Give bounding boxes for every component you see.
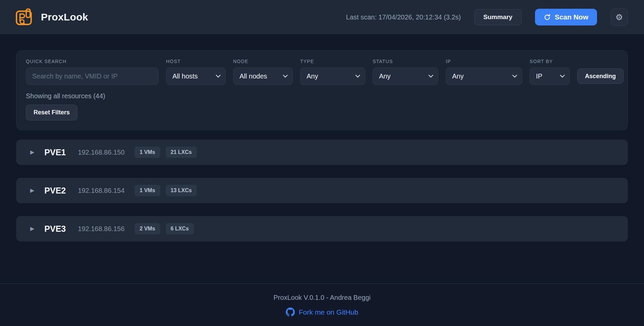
proxlook-logo-icon — [15, 8, 33, 26]
quick-search-field: QUICK SEARCH — [26, 59, 159, 85]
refresh-icon — [544, 14, 551, 21]
status-filter-label: STATUS — [373, 59, 438, 64]
search-input[interactable] — [26, 67, 159, 85]
filters-row: QUICK SEARCH HOST All hosts NODE — [26, 59, 618, 85]
vms-count-badge: 2 VMs — [135, 223, 160, 234]
app-footer: ProxLook V.0.1.0 - Andrea Beggi Fork me … — [0, 283, 644, 326]
expand-caret-icon[interactable]: ▶ — [30, 226, 34, 231]
github-link-label: Fork me on GitHub — [299, 308, 358, 316]
expand-caret-icon[interactable]: ▶ — [30, 150, 34, 155]
sort-by-field: SORT BY IP — [530, 59, 570, 85]
github-link[interactable]: Fork me on GitHub — [286, 308, 358, 317]
host-row-pve2[interactable]: ▶ PVE2 192.168.86.154 1 VMs 13 LXCs — [16, 178, 628, 203]
ip-filter-field: IP Any — [446, 59, 522, 85]
type-select[interactable]: Any — [300, 67, 365, 85]
vms-count-badge: 1 VMs — [135, 185, 160, 196]
host-name: PVE1 — [44, 148, 66, 157]
host-row-pve1[interactable]: ▶ PVE1 192.168.86.150 1 VMs 21 LXCs — [16, 140, 628, 165]
status-filter-field: STATUS Any — [373, 59, 438, 85]
ip-filter-label: IP — [446, 59, 522, 64]
scan-now-button[interactable]: Scan Now — [535, 9, 597, 25]
lxcs-count-badge: 6 LXCs — [166, 223, 194, 234]
app-header: ProxLook Last scan: 17/04/2026, 20:12:34… — [0, 0, 644, 34]
filters-panel: QUICK SEARCH HOST All hosts NODE — [16, 50, 628, 130]
app-title: ProxLook — [41, 11, 88, 23]
type-filter-label: TYPE — [300, 59, 365, 64]
header-actions: Last scan: 17/04/2026, 20:12:34 (3.2s) S… — [346, 8, 628, 26]
host-filter-label: HOST — [166, 59, 226, 64]
results-summary: Showing all resources (44) — [26, 92, 618, 100]
expand-caret-icon[interactable]: ▶ — [30, 188, 34, 193]
host-ip: 192.168.86.154 — [78, 187, 124, 195]
sort-by-label: SORT BY — [530, 59, 570, 64]
node-filter-label: NODE — [233, 59, 293, 64]
lxcs-count-badge: 21 LXCs — [166, 147, 197, 158]
quick-search-label: QUICK SEARCH — [26, 59, 159, 64]
status-select[interactable]: Any — [373, 67, 438, 85]
host-filter-field: HOST All hosts — [166, 59, 226, 85]
vms-count-badge: 1 VMs — [135, 147, 160, 158]
scan-now-label: Scan Now — [555, 13, 588, 21]
sort-by-select[interactable]: IP — [530, 67, 570, 85]
host-select[interactable]: All hosts — [166, 67, 226, 85]
main-content: QUICK SEARCH HOST All hosts NODE — [0, 34, 644, 283]
host-badges: 1 VMs 21 LXCs — [135, 147, 197, 158]
host-ip: 192.168.86.156 — [78, 225, 124, 233]
ip-select[interactable]: Any — [446, 67, 522, 85]
host-name: PVE3 — [44, 224, 66, 234]
lxcs-count-badge: 13 LXCs — [166, 185, 197, 196]
type-filter-field: TYPE Any — [300, 59, 365, 85]
gear-icon: ⚙ — [615, 13, 623, 21]
reset-filters-button[interactable]: Reset Filters — [26, 105, 77, 120]
summary-button[interactable]: Summary — [474, 9, 522, 25]
host-badges: 1 VMs 13 LXCs — [135, 185, 197, 196]
settings-button[interactable]: ⚙ — [610, 8, 628, 26]
node-select[interactable]: All nodes — [233, 67, 293, 85]
github-icon — [286, 308, 295, 317]
host-badges: 2 VMs 6 LXCs — [135, 223, 194, 234]
node-filter-field: NODE All nodes — [233, 59, 293, 85]
host-name: PVE2 — [44, 186, 66, 196]
version-credit: ProxLook V.0.1.0 - Andrea Beggi — [0, 294, 644, 302]
sort-order-button[interactable]: Ascending — [577, 68, 624, 84]
host-row-pve3[interactable]: ▶ PVE3 192.168.86.156 2 VMs 6 LXCs — [16, 216, 628, 241]
host-ip: 192.168.86.150 — [78, 149, 124, 156]
last-scan-status: Last scan: 17/04/2026, 20:12:34 (3.2s) — [346, 13, 461, 21]
